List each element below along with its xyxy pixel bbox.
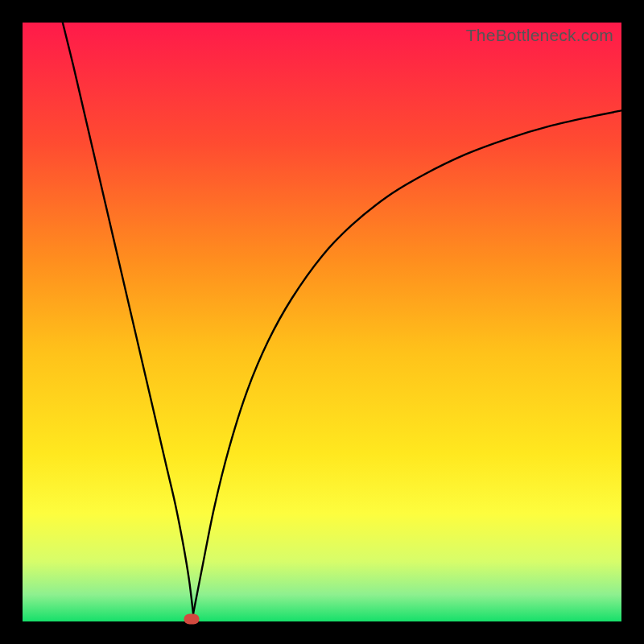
watermark-text: TheBottleneck.com bbox=[466, 26, 613, 45]
minimum-marker bbox=[184, 614, 199, 625]
chart-svg bbox=[23, 23, 621, 621]
chart-frame: TheBottleneck.com bbox=[23, 23, 621, 621]
gradient-background bbox=[23, 23, 621, 621]
